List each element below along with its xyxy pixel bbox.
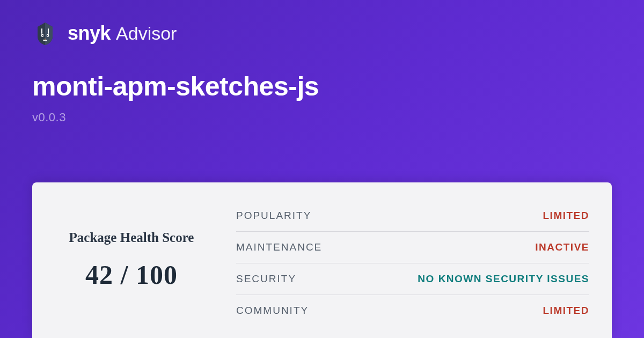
brand-name: snyk (68, 22, 111, 45)
header: snyk Advisor (0, 0, 644, 46)
health-card: Package Health Score 42 / 100 POPULARITY… (32, 182, 612, 338)
svg-point-3 (47, 35, 48, 36)
metric-row-maintenance: MAINTENANCE INACTIVE (236, 232, 589, 263)
metric-row-popularity: POPULARITY LIMITED (236, 200, 589, 232)
brand-product: Advisor (116, 23, 177, 44)
score-panel: Package Health Score 42 / 100 (32, 182, 231, 338)
metric-label: MAINTENANCE (236, 241, 322, 253)
metric-row-security: SECURITY NO KNOWN SECURITY ISSUES (236, 263, 589, 295)
metric-row-community: COMMUNITY LIMITED (236, 295, 589, 326)
title-block: monti-apm-sketches-js v0.0.3 (0, 46, 644, 124)
metric-value: LIMITED (543, 210, 590, 222)
score-value: 42 / 100 (85, 259, 178, 290)
metrics-panel: POPULARITY LIMITED MAINTENANCE INACTIVE … (231, 182, 612, 338)
svg-point-2 (42, 35, 43, 36)
metric-label: SECURITY (236, 273, 296, 285)
metric-value: LIMITED (543, 305, 590, 317)
package-name: monti-apm-sketches-js (32, 71, 612, 102)
score-label: Package Health Score (69, 230, 194, 245)
metric-label: POPULARITY (236, 210, 311, 222)
metric-label: COMMUNITY (236, 305, 309, 317)
snyk-logo-icon (32, 20, 58, 46)
metric-value: NO KNOWN SECURITY ISSUES (418, 273, 589, 285)
package-version: v0.0.3 (32, 111, 612, 124)
brand-text: snyk Advisor (68, 22, 177, 45)
metric-value: INACTIVE (535, 241, 589, 253)
